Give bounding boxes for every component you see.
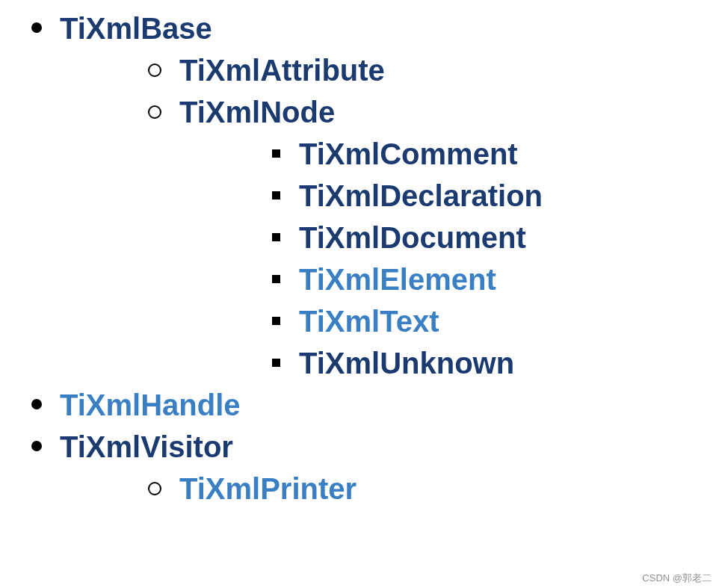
list-item: TiXmlText — [299, 300, 716, 342]
watermark-text: CSDN @郭老二 — [642, 572, 712, 585]
list-item: TiXmlAttribute — [179, 49, 716, 91]
list-item: TiXmlDocument — [299, 217, 716, 259]
subclass-list: TiXmlComment TiXmlDeclaration TiXmlDocum… — [179, 133, 716, 384]
list-item: TiXmlHandle — [60, 384, 716, 426]
class-name[interactable]: TiXmlElement — [299, 263, 496, 296]
class-name[interactable]: TiXmlDocument — [299, 221, 526, 254]
class-name[interactable]: TiXmlText — [299, 305, 439, 338]
class-name[interactable]: TiXmlPrinter — [179, 472, 357, 505]
list-item: TiXmlBase TiXmlAttribute TiXmlNode TiXml… — [60, 7, 716, 384]
class-name[interactable]: TiXmlNode — [179, 96, 335, 129]
list-item: TiXmlComment — [299, 133, 716, 175]
class-name[interactable]: TiXmlAttribute — [179, 54, 385, 87]
list-item: TiXmlPrinter — [179, 468, 716, 510]
subclass-list: TiXmlAttribute TiXmlNode TiXmlComment Ti… — [60, 49, 716, 384]
class-name[interactable]: TiXmlUnknown — [299, 347, 514, 380]
list-item: TiXmlVisitor TiXmlPrinter — [60, 426, 716, 510]
class-name[interactable]: TiXmlHandle — [60, 389, 241, 421]
list-item: TiXmlUnknown — [299, 342, 716, 384]
list-item: TiXmlDeclaration — [299, 175, 716, 217]
list-item: TiXmlElement — [299, 259, 716, 300]
class-name[interactable]: TiXmlBase — [60, 12, 212, 45]
class-name[interactable]: TiXmlDeclaration — [299, 179, 543, 212]
subclass-list: TiXmlPrinter — [60, 468, 716, 510]
class-hierarchy-list: TiXmlBase TiXmlAttribute TiXmlNode TiXml… — [0, 7, 716, 510]
list-item: TiXmlNode TiXmlComment TiXmlDeclaration … — [179, 91, 716, 384]
class-name[interactable]: TiXmlComment — [299, 137, 518, 170]
class-name[interactable]: TiXmlVisitor — [60, 430, 233, 463]
